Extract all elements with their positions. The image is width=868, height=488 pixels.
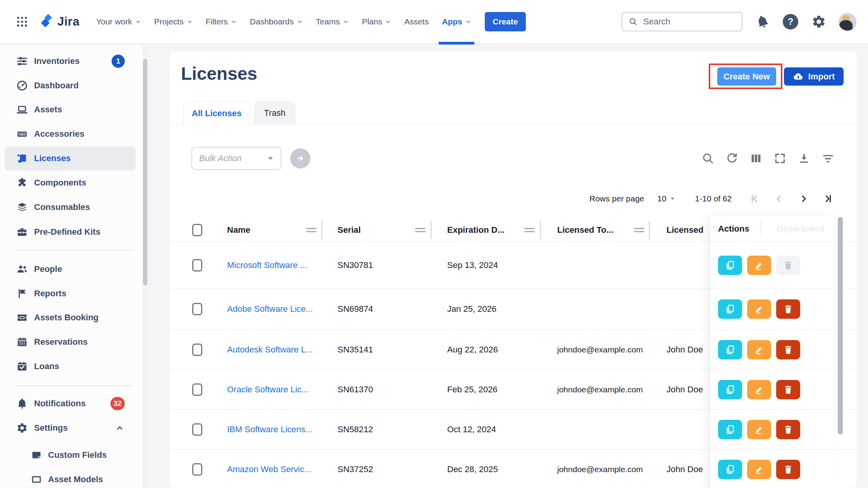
col-expiration[interactable]: Expiration D...	[447, 225, 505, 235]
sidebar-item-people[interactable]: People	[5, 257, 136, 281]
nav-projects[interactable]: Projects	[154, 0, 193, 44]
row-checkbox[interactable]	[192, 463, 202, 476]
delete-button[interactable]	[776, 299, 800, 319]
license-name-link[interactable]: Microsoft Software ...	[227, 260, 307, 270]
expiration-cell: Feb 25, 2026	[447, 385, 498, 395]
license-name-link[interactable]: Amazon Web Servic...	[227, 464, 311, 474]
sidebar-item-reports[interactable]: Reports	[5, 282, 136, 306]
edit-button[interactable]	[747, 460, 771, 479]
app-switcher-icon[interactable]	[16, 15, 29, 28]
row-checkbox[interactable]	[192, 344, 202, 356]
col-licensed-to[interactable]: Licensed To...	[557, 225, 613, 235]
serial-cell: SN58212	[338, 424, 373, 435]
people-icon	[16, 263, 28, 275]
delete-button[interactable]	[776, 420, 800, 439]
sidebar-item-settings[interactable]: Settings	[5, 416, 136, 440]
search-icon[interactable]	[700, 151, 716, 166]
create-new-button[interactable]: Create New	[717, 67, 776, 86]
col-name[interactable]: Name	[227, 225, 250, 235]
sidebar-item-notifications[interactable]: Notifications 32	[5, 392, 136, 416]
row-checkbox[interactable]	[192, 383, 202, 396]
page-title: Licenses	[181, 63, 257, 84]
sidebar-item-dashboard[interactable]: Dashboard	[5, 74, 136, 98]
rows-per-page-select[interactable]: 10	[657, 194, 675, 203]
row-checkbox[interactable]	[192, 303, 202, 315]
nav-filters[interactable]: Filters	[206, 0, 237, 44]
sidebar-item-assets-booking[interactable]: Assets Booking	[5, 306, 136, 330]
licenses-page: Licenses Create New Import All Licenses …	[169, 52, 857, 488]
edit-button[interactable]	[747, 380, 771, 399]
sidebar-item-accessories[interactable]: Accessories	[5, 122, 136, 146]
col-serial-drag-handle[interactable]	[415, 226, 425, 234]
edit-button[interactable]	[747, 256, 771, 275]
col-licensed[interactable]: Licensed	[666, 225, 703, 235]
license-name-link[interactable]: Adobe Software Lice...	[227, 304, 313, 314]
filter-icon[interactable]	[820, 151, 836, 166]
row-checkbox[interactable]	[192, 259, 202, 271]
sidebar-item-assets[interactable]: Assets	[5, 98, 136, 122]
settings-gear-icon[interactable]	[811, 14, 826, 29]
refresh-icon[interactable]	[724, 151, 740, 166]
notifications-bell-icon[interactable]	[756, 15, 770, 29]
table-toolbar	[700, 151, 836, 166]
ghost-department-header: Department	[777, 224, 824, 234]
tab-all-licenses[interactable]: All Licenses	[183, 101, 250, 125]
sidebar-item-components[interactable]: Components	[5, 171, 136, 195]
global-search[interactable]	[622, 12, 742, 31]
sidebar-item-licenses[interactable]: Licenses	[5, 146, 136, 170]
license-name-link[interactable]: IBM Software Licens...	[227, 424, 312, 435]
copy-button[interactable]	[718, 380, 742, 399]
copy-button[interactable]	[718, 299, 742, 319]
tab-trash[interactable]: Trash	[254, 101, 296, 125]
fullscreen-icon[interactable]	[772, 151, 788, 166]
sidebar-item-inventories[interactable]: Inventories 1	[5, 49, 136, 73]
row-checkbox[interactable]	[192, 423, 202, 436]
nav-apps[interactable]: Apps	[442, 0, 471, 44]
nav-your-work[interactable]: Your work	[96, 0, 141, 44]
download-icon[interactable]	[796, 151, 812, 166]
nav-dashboards[interactable]: Dashboards	[250, 0, 303, 44]
sidebar-item-custom-fields[interactable]: Custom Fields	[5, 443, 136, 467]
delete-button[interactable]	[776, 460, 800, 479]
delete-button[interactable]	[776, 340, 800, 359]
table-scrollbar-thumb[interactable]	[838, 217, 843, 435]
prev-page-button[interactable]	[773, 193, 784, 204]
license-name-link[interactable]: Autodesk Software L...	[227, 345, 313, 355]
copy-button[interactable]	[718, 420, 742, 439]
select-all-checkbox[interactable]	[192, 224, 202, 236]
help-icon[interactable]: ?	[783, 14, 798, 29]
col-expiration-drag-handle[interactable]	[524, 226, 535, 234]
sidebar-item-pre-defined-kits[interactable]: Pre-Defined Kits	[5, 220, 136, 244]
nav-teams[interactable]: Teams	[316, 0, 349, 44]
delete-button[interactable]	[776, 380, 800, 399]
user-avatar[interactable]	[839, 13, 856, 31]
last-page-button[interactable]	[823, 193, 834, 204]
col-name-drag-handle[interactable]	[306, 226, 317, 234]
create-button[interactable]: Create	[485, 12, 526, 31]
bulk-action-go-button[interactable]	[290, 148, 310, 168]
jira-logo[interactable]: Jira	[39, 14, 79, 29]
copy-button[interactable]	[718, 460, 742, 479]
search-input[interactable]	[642, 16, 722, 27]
copy-button[interactable]	[718, 256, 742, 275]
keyboard-icon	[16, 128, 28, 140]
sidebar-scrollbar-thumb[interactable]	[143, 59, 147, 285]
import-button[interactable]: Import	[784, 67, 844, 86]
nav-plans[interactable]: Plans	[362, 0, 391, 44]
sidebar-item-consumables[interactable]: Consumables	[5, 195, 136, 219]
license-name-link[interactable]: Oracle Software Lic...	[227, 385, 308, 395]
bulk-action-select[interactable]: Bulk Action	[191, 147, 281, 170]
copy-button[interactable]	[718, 340, 742, 359]
nav-assets[interactable]: Assets	[404, 0, 429, 44]
sidebar-item-reservations[interactable]: Reservations	[5, 330, 136, 354]
edit-button[interactable]	[747, 340, 771, 359]
sidebar-item-asset-models[interactable]: Asset Models	[5, 467, 136, 488]
edit-button[interactable]	[747, 420, 771, 439]
sidebar-item-loans[interactable]: Loans	[5, 354, 136, 378]
next-page-button[interactable]	[798, 193, 809, 204]
col-licensed-to-drag-handle[interactable]	[634, 226, 644, 234]
edit-button[interactable]	[747, 299, 771, 319]
first-page-button[interactable]	[749, 193, 760, 204]
col-serial[interactable]: Serial	[338, 225, 361, 235]
columns-icon[interactable]	[748, 151, 764, 166]
